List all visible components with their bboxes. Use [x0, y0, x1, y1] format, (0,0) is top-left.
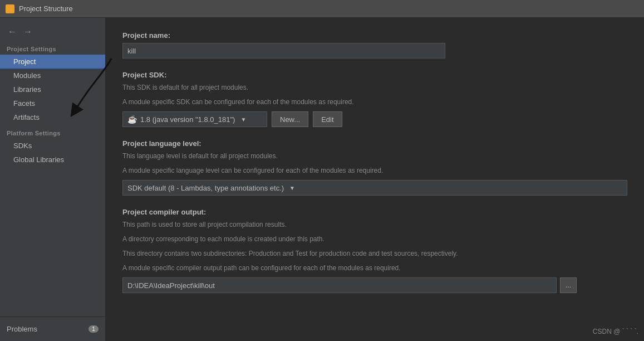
project-sdk-section: Project SDK: This SDK is default for all… — [122, 71, 627, 127]
language-level-section: Project language level: This language le… — [122, 139, 627, 196]
problems-item[interactable]: Problems 1 — [0, 321, 105, 337]
platform-settings-section: Platform Settings SDKs Global Libraries — [0, 128, 105, 167]
language-level-value: SDK default (8 - Lambdas, type annotatio… — [127, 184, 284, 192]
project-settings-header: Project Settings — [0, 43, 105, 55]
sidebar-item-sdks[interactable]: SDKs — [0, 139, 105, 153]
problems-badge: 1 — [89, 325, 99, 333]
nav-back-button[interactable]: ← — [6, 26, 19, 38]
sidebar-item-facets[interactable]: Facets — [0, 96, 105, 110]
project-name-input[interactable] — [122, 43, 445, 59]
compiler-output-browse-button[interactable]: ... — [560, 277, 577, 293]
nav-buttons: ← → — [0, 22, 105, 43]
language-level-label: Project language level: — [122, 139, 627, 148]
sdk-new-button[interactable]: New... — [272, 111, 308, 127]
sdk-java-icon: ☕ — [127, 115, 137, 124]
watermark: CSDN @ ` ` ` `. — [593, 328, 638, 335]
svg-rect-3 — [8, 9, 9, 11]
svg-rect-0 — [7, 6, 13, 12]
compiler-output-section: Project compiler output: This path is us… — [122, 208, 627, 293]
language-level-desc2: A module specific language level can be … — [122, 165, 627, 176]
nav-forward-button[interactable]: → — [21, 26, 35, 38]
compiler-output-desc4: A module specific compiler output path c… — [122, 263, 627, 273]
title-bar: Project Structure — [0, 0, 644, 18]
language-level-desc1: This language level is default for all p… — [122, 151, 627, 161]
sidebar-item-project[interactable]: Project — [0, 55, 105, 69]
sdk-edit-button[interactable]: Edit — [313, 111, 342, 127]
svg-rect-2 — [11, 7, 12, 8]
project-name-label: Project name: — [122, 31, 627, 40]
project-sdk-desc1: This SDK is default for all project modu… — [122, 82, 627, 92]
lang-chevron-icon: ▼ — [289, 185, 295, 191]
sidebar-item-libraries[interactable]: Libraries — [0, 82, 105, 96]
language-level-dropdown[interactable]: SDK default (8 - Lambdas, type annotatio… — [122, 180, 627, 196]
sdk-chevron-icon: ▼ — [240, 116, 246, 123]
sdk-select-value: 1.8 (java version "1.8.0_181") — [140, 115, 235, 124]
compiler-output-row: ... — [122, 277, 627, 293]
project-name-section: Project name: — [122, 31, 627, 59]
compiler-output-label: Project compiler output: — [122, 208, 627, 216]
platform-settings-header: Platform Settings — [0, 128, 105, 139]
sidebar-item-modules[interactable]: Modules — [0, 69, 105, 82]
app-icon — [6, 4, 14, 13]
svg-rect-1 — [8, 7, 9, 8]
problems-label: Problems — [7, 325, 37, 333]
sidebar: ← → Project Settings Project Modules Lib… — [0, 18, 106, 341]
compiler-output-desc2: A directory corresponding to each module… — [122, 234, 627, 244]
sidebar-item-artifacts[interactable]: Artifacts — [0, 110, 105, 124]
compiler-output-desc3: This directory contains two subdirectori… — [122, 249, 627, 259]
sdk-row: ☕ 1.8 (java version "1.8.0_181") ▼ New..… — [122, 111, 627, 127]
content-area: Project name: Project SDK: This SDK is d… — [106, 18, 644, 341]
problems-section: Problems 1 — [0, 316, 105, 341]
main-layout: ← → Project Settings Project Modules Lib… — [0, 18, 644, 341]
project-sdk-label: Project SDK: — [122, 71, 627, 79]
window-title: Project Structure — [19, 4, 73, 13]
sidebar-item-global-libraries[interactable]: Global Libraries — [0, 153, 105, 167]
compiler-output-input[interactable] — [122, 277, 557, 293]
project-sdk-desc2: A module specific SDK can be configured … — [122, 97, 627, 107]
sdk-select-dropdown[interactable]: ☕ 1.8 (java version "1.8.0_181") ▼ — [122, 111, 267, 127]
compiler-output-desc1: This path is used to store all project c… — [122, 220, 627, 230]
